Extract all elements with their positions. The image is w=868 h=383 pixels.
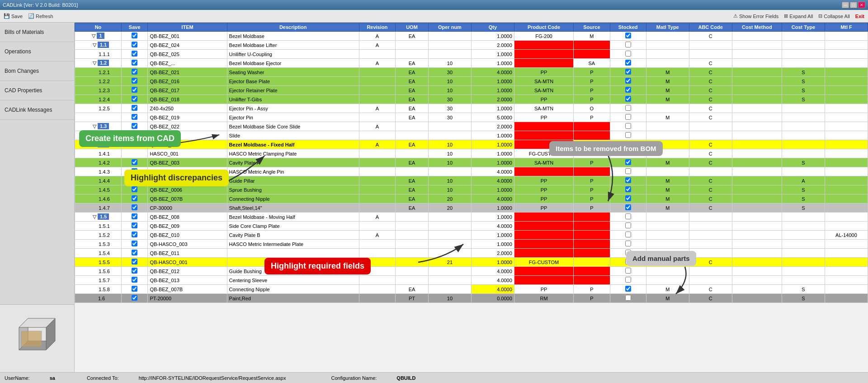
- cell-stocked[interactable]: [610, 276, 646, 285]
- cell-stocked[interactable]: [610, 240, 646, 249]
- table-row[interactable]: 1.4.4QB-BEZ_004Guide PillarEA104.0000PPP…: [75, 176, 868, 185]
- save-checkbox[interactable]: [132, 51, 137, 57]
- save-checkbox[interactable]: [132, 33, 137, 38]
- cell-stocked[interactable]: [610, 77, 646, 86]
- content-area[interactable]: No Save ITEM Description Revision UOM Op…: [75, 23, 868, 372]
- save-checkbox[interactable]: [132, 186, 137, 192]
- stocked-checkbox[interactable]: [625, 114, 631, 120]
- cell-stocked[interactable]: [610, 113, 646, 122]
- save-checkbox[interactable]: [132, 241, 137, 246]
- table-row[interactable]: ▽ 1.4QB-BEZ_002Bezel Moldbase - Fixed Ha…: [75, 140, 868, 149]
- cell-save[interactable]: [121, 231, 147, 240]
- cell-save[interactable]: [121, 240, 147, 249]
- stocked-checkbox[interactable]: [625, 123, 631, 129]
- minimize-button[interactable]: ─: [842, 2, 849, 8]
- refresh-button[interactable]: 🔄 Refresh: [28, 13, 53, 19]
- cell-save[interactable]: [121, 140, 147, 149]
- stocked-checkbox[interactable]: [625, 42, 631, 47]
- cell-stocked[interactable]: [610, 86, 646, 95]
- cell-stocked[interactable]: [610, 285, 646, 294]
- table-row[interactable]: 1.5.2QB-BEZ_010Cavity Plate BA1.0000AL-1…: [75, 231, 868, 240]
- cell-stocked[interactable]: [610, 231, 646, 240]
- save-checkbox[interactable]: [132, 295, 137, 301]
- stocked-checkbox[interactable]: [625, 105, 631, 111]
- stocked-checkbox[interactable]: [625, 213, 631, 219]
- table-row[interactable]: 1.3.1QB-BEZ_023Slide1.0000: [75, 131, 868, 140]
- cell-stocked[interactable]: [610, 203, 646, 213]
- cell-stocked[interactable]: [610, 176, 646, 185]
- save-checkbox[interactable]: [132, 78, 137, 84]
- table-row[interactable]: 1.5.1QB-BEZ_009Side Core Clamp Plate4.00…: [75, 222, 868, 231]
- save-checkbox[interactable]: [132, 168, 137, 174]
- save-checkbox[interactable]: [132, 177, 137, 183]
- stocked-checkbox[interactable]: [625, 295, 631, 301]
- stocked-checkbox[interactable]: [625, 222, 631, 228]
- cell-stocked[interactable]: [610, 194, 646, 203]
- stocked-checkbox[interactable]: [625, 51, 631, 57]
- cell-save[interactable]: [121, 294, 147, 303]
- expand-all-button[interactable]: ⊞ Expand All: [784, 13, 813, 19]
- stocked-checkbox[interactable]: [625, 168, 631, 174]
- table-row[interactable]: 1.4.6QB-BEZ_007BConnecting NippleEA204.0…: [75, 194, 868, 203]
- save-checkbox[interactable]: [132, 232, 137, 237]
- cell-save[interactable]: [121, 167, 147, 176]
- cell-save[interactable]: [121, 194, 147, 203]
- maximize-button[interactable]: □: [850, 2, 857, 8]
- save-checkbox[interactable]: [132, 42, 137, 47]
- save-checkbox[interactable]: [132, 114, 137, 120]
- sidebar-item-cad-properties[interactable]: CAD Properties: [0, 81, 74, 100]
- stocked-checkbox[interactable]: [625, 141, 631, 147]
- cell-save[interactable]: [121, 122, 147, 131]
- cell-save[interactable]: [121, 285, 147, 294]
- stocked-checkbox[interactable]: [625, 286, 631, 292]
- save-checkbox[interactable]: [132, 87, 137, 93]
- table-row[interactable]: ▽ 1.1QB-BEZ_024Bezel Moldbase LifterA2.0…: [75, 41, 868, 50]
- cell-save[interactable]: [121, 32, 147, 41]
- cell-stocked[interactable]: [610, 50, 646, 59]
- expand-toggle[interactable]: ▽: [93, 214, 96, 220]
- stocked-checkbox[interactable]: [625, 78, 631, 84]
- cell-stocked[interactable]: [610, 41, 646, 50]
- table-row[interactable]: QB-BEZ_019Ejector PinEA305.0000PPPMC: [75, 113, 868, 122]
- table-row[interactable]: 1.2.2QB-BEZ_016Ejector Base PlateEA101.0…: [75, 77, 868, 86]
- cell-save[interactable]: [121, 176, 147, 185]
- cell-save[interactable]: [121, 249, 147, 258]
- stocked-checkbox[interactable]: [625, 241, 631, 246]
- stocked-checkbox[interactable]: [625, 87, 631, 93]
- save-checkbox[interactable]: [132, 268, 137, 274]
- save-checkbox[interactable]: [132, 250, 137, 255]
- save-checkbox[interactable]: [132, 213, 137, 219]
- table-row[interactable]: 1.4.7CP-30000Shaft,Steel,14"EA201.0000PP…: [75, 203, 868, 213]
- cell-stocked[interactable]: [610, 258, 646, 267]
- expand-toggle[interactable]: ▽: [93, 42, 96, 48]
- stocked-checkbox[interactable]: [625, 69, 631, 75]
- table-row[interactable]: 1.4.3QB-HASCO_002HASCO Metric Angle Pin4…: [75, 167, 868, 176]
- save-checkbox[interactable]: [132, 259, 137, 265]
- close-button[interactable]: ✕: [858, 2, 865, 8]
- table-row[interactable]: 1.2.3QB-BEZ_017Ejector Retainer PlateEA1…: [75, 86, 868, 95]
- cell-stocked[interactable]: [610, 122, 646, 131]
- cell-stocked[interactable]: [610, 249, 646, 258]
- save-checkbox[interactable]: [132, 141, 137, 147]
- stocked-checkbox[interactable]: [625, 232, 631, 237]
- cell-save[interactable]: [121, 104, 147, 113]
- stocked-checkbox[interactable]: [625, 204, 631, 210]
- save-checkbox[interactable]: [132, 96, 137, 102]
- save-checkbox[interactable]: [132, 60, 137, 66]
- collapse-all-button[interactable]: ⊟ Collapse All: [818, 13, 849, 19]
- stocked-checkbox[interactable]: [625, 33, 631, 38]
- stocked-checkbox[interactable]: [625, 159, 631, 165]
- stocked-checkbox[interactable]: [625, 60, 631, 66]
- sidebar-item-bom-changes[interactable]: Bom Changes: [0, 61, 74, 81]
- cell-stocked[interactable]: [610, 213, 646, 222]
- table-row[interactable]: ▽ 1.3QB-BEZ_022Bezel Moldbase Side Core …: [75, 122, 868, 131]
- expand-toggle[interactable]: ▽: [92, 33, 95, 39]
- cell-stocked[interactable]: [610, 185, 646, 194]
- stocked-checkbox[interactable]: [625, 277, 631, 283]
- sidebar-item-bom[interactable]: Bills of Materials: [0, 23, 74, 42]
- cell-save[interactable]: [121, 149, 147, 158]
- cell-save[interactable]: [121, 276, 147, 285]
- cell-stocked[interactable]: [610, 158, 646, 167]
- save-checkbox[interactable]: [132, 195, 137, 201]
- cell-save[interactable]: [121, 267, 147, 276]
